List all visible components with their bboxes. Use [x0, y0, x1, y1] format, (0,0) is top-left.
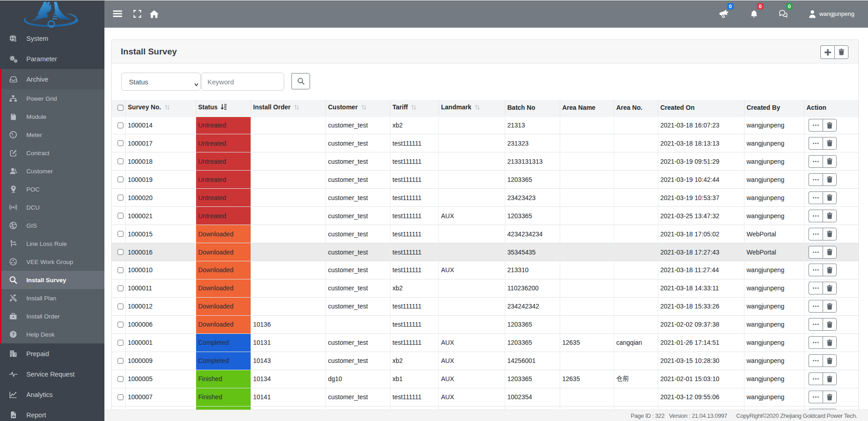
svg-text:?: ?: [12, 332, 15, 337]
